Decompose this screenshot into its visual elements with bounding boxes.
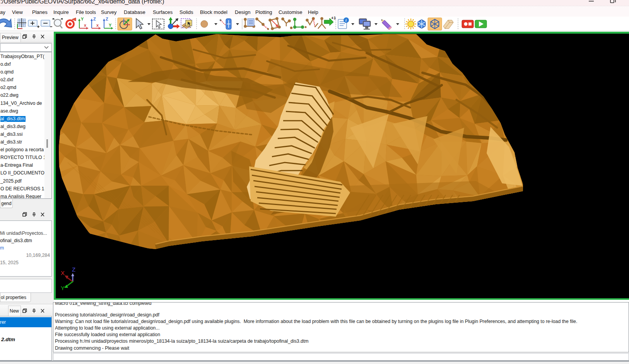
svg-text:Z: Z — [106, 17, 108, 21]
svg-text:Y: Y — [61, 285, 65, 291]
svg-text:X: X — [61, 270, 65, 276]
svg-text:i: i — [345, 18, 347, 22]
svg-text:Z: Z — [93, 17, 96, 21]
svg-text:x: x — [84, 23, 87, 27]
svg-text:x: x — [96, 23, 99, 27]
svg-text:Z: Z — [72, 266, 75, 273]
svg-text:Y: Y — [109, 23, 112, 27]
svg-text:Y: Y — [81, 17, 84, 21]
svg-text:+1: +1 — [331, 17, 336, 20]
